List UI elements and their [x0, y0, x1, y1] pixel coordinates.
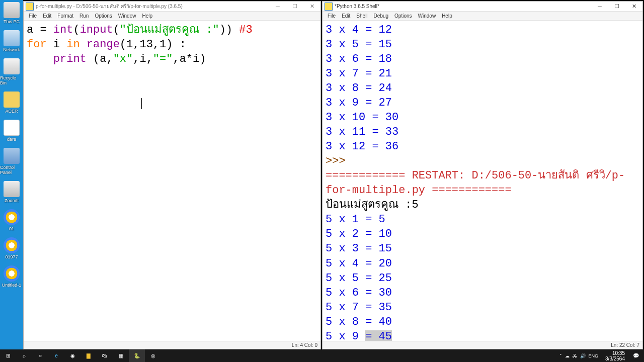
idle-shell-window: *Python 3.6.5 Shell* ─ ☐ ✕ FileEditShell… — [322, 1, 643, 349]
start-button[interactable]: ⊞ — [0, 349, 16, 362]
desktop-item-dare[interactable]: dare — [0, 120, 23, 142]
desktop-icon — [4, 265, 20, 282]
shell-line: 3 x 11 = 33 — [326, 125, 639, 139]
taskbar-clock[interactable]: 10:353/3/2564 — [602, 350, 628, 361]
obs-icon[interactable]: ◎ — [145, 349, 161, 362]
shell-line: 3 x 5 = 15 — [326, 37, 639, 52]
editor-menubar: FileEditFormatRunOptionsWindowHelp — [24, 12, 320, 21]
volume-icon[interactable]: 🔊 — [580, 353, 586, 358]
explorer-icon[interactable]: ▇ — [80, 349, 97, 362]
shell-line: 3 x 12 = 36 — [326, 139, 639, 154]
shell-line: 5 x 6 = 30 — [326, 286, 639, 300]
idle-editor-window: p-for-multiple.py - D:/506-50-นายสันติ ศ… — [23, 1, 321, 349]
notifications-button[interactable]: 💬 — [628, 349, 644, 362]
desktop-item-this-pc[interactable]: This PC — [0, 2, 23, 24]
idle-taskbar-icon[interactable]: 🐍 — [129, 349, 145, 362]
store-icon[interactable]: 🛍 — [97, 349, 113, 362]
shell-line: 5 x 5 = 25 — [326, 271, 639, 286]
desktop-label: Control Panel — [0, 165, 23, 175]
python-icon — [325, 3, 333, 11]
menu-file[interactable]: File — [26, 12, 40, 20]
desktop-label: 01 — [9, 226, 14, 231]
editor-content[interactable]: a = int(input("ป้อนแม่สูตรคูณ :")) #3 fo… — [24, 21, 320, 341]
menu-help[interactable]: Help — [439, 12, 455, 20]
desktop-item-zoomit[interactable]: ZoomIt — [0, 181, 23, 203]
code-line: a = int(input("ป้อนแม่สูตรคูณ :")) #3 — [27, 23, 317, 37]
shell-line: ============ RESTART: D:/506-50-นายสันติ… — [326, 168, 639, 183]
language-indicator[interactable]: ENG — [589, 353, 599, 358]
desktop-icon — [4, 58, 20, 74]
shell-line: 3 x 10 = 30 — [326, 110, 639, 125]
onedrive-icon[interactable]: ☁ — [565, 353, 570, 358]
shell-line: 5 x 4 = 20 — [326, 256, 639, 271]
network-icon[interactable]: 🖧 — [573, 353, 577, 358]
shell-line: 5 x 2 = 10 — [326, 227, 639, 241]
menu-file[interactable]: File — [325, 12, 339, 20]
shell-line: ป้อนแม่สูตรคูณ :5 — [326, 198, 639, 212]
cortana-button[interactable]: ○ — [32, 349, 48, 362]
menu-options[interactable]: Options — [391, 12, 415, 20]
desktop-label: Network — [3, 47, 20, 52]
desktop-label: Untitled-1 — [2, 283, 22, 288]
edge-icon[interactable]: e — [48, 349, 64, 362]
editor-titlebar[interactable]: p-for-multiple.py - D:/506-50-นายสันติ ศ… — [24, 2, 320, 12]
shell-line: 5 x 9 = 45 — [326, 329, 639, 341]
desktop-item-control-panel[interactable]: Control Panel — [0, 148, 23, 175]
menu-run[interactable]: Run — [76, 12, 92, 20]
menu-window[interactable]: Window — [115, 12, 139, 20]
desktop-item-01977[interactable]: 01977 — [0, 237, 23, 259]
desktop-label: Recycle Bin — [0, 75, 23, 85]
desktop-label: ZoomIt — [5, 198, 19, 203]
chrome-icon[interactable]: ◉ — [64, 349, 80, 362]
menu-debug[interactable]: Debug — [371, 12, 391, 20]
minimize-button[interactable]: ─ — [591, 2, 608, 12]
shell-line: >>> — [326, 154, 639, 168]
menu-shell[interactable]: Shell — [353, 12, 370, 20]
desktop-label: ACER — [5, 109, 18, 114]
minimize-button[interactable]: ─ — [269, 2, 286, 12]
desktop-item-01[interactable]: 01 — [0, 209, 23, 231]
python-icon — [26, 3, 34, 11]
menu-help[interactable]: Help — [139, 12, 155, 20]
app-icon[interactable]: ▦ — [113, 349, 129, 362]
desktop-label: 01977 — [5, 254, 18, 259]
menu-edit[interactable]: Edit — [339, 12, 353, 20]
shell-menubar: FileEditShellDebugOptionsWindowHelp — [323, 12, 642, 21]
desktop-item-acer[interactable]: ACER — [0, 92, 23, 114]
system-tray[interactable]: ˄ ☁ 🖧 🔊 ENG — [555, 353, 603, 358]
tray-chevron-icon[interactable]: ˄ — [559, 353, 562, 358]
desktop-icon — [4, 209, 20, 225]
menu-format[interactable]: Format — [54, 12, 76, 20]
desktop-label: dare — [7, 137, 16, 142]
shell-line: 3 x 8 = 24 — [326, 81, 639, 96]
close-button[interactable]: ✕ — [303, 2, 320, 12]
shell-line: 5 x 8 = 40 — [326, 315, 639, 329]
menu-edit[interactable]: Edit — [40, 12, 54, 20]
shell-content[interactable]: 3 x 4 = 123 x 5 = 153 x 6 = 183 x 7 = 21… — [323, 21, 642, 341]
shell-line: 5 x 7 = 35 — [326, 300, 639, 315]
editor-statusbar: Ln: 4 Col: 0 — [24, 341, 320, 349]
text-cursor — [141, 98, 142, 109]
desktop-icon — [4, 237, 20, 253]
shell-statusbar: Ln: 22 Col: 7 — [323, 341, 642, 349]
desktop-icon — [4, 181, 20, 197]
shell-line: 3 x 7 = 21 — [326, 66, 639, 81]
desktop-label: This PC — [4, 19, 20, 24]
desktop: This PCNetworkRecycle BinACERdareControl… — [0, 0, 23, 349]
menu-options[interactable]: Options — [92, 12, 115, 20]
desktop-icon — [4, 120, 20, 136]
close-button[interactable]: ✕ — [625, 2, 642, 12]
search-button[interactable]: ⌕ — [16, 349, 32, 362]
menu-window[interactable]: Window — [415, 12, 439, 20]
desktop-icon — [4, 30, 20, 46]
desktop-item-recycle-bin[interactable]: Recycle Bin — [0, 58, 23, 85]
maximize-button[interactable]: ☐ — [608, 2, 625, 12]
shell-title: *Python 3.6.5 Shell* — [335, 4, 591, 9]
desktop-icon — [4, 148, 20, 164]
taskbar: ⊞ ⌕ ○ e ◉ ▇ 🛍 ▦ 🐍 ◎ ˄ ☁ 🖧 🔊 ENG 10:353/3… — [0, 349, 644, 362]
shell-titlebar[interactable]: *Python 3.6.5 Shell* ─ ☐ ✕ — [323, 2, 642, 12]
editor-title: p-for-multiple.py - D:/506-50-นายสันติ ศ… — [36, 3, 269, 10]
maximize-button[interactable]: ☐ — [286, 2, 303, 12]
desktop-item-network[interactable]: Network — [0, 30, 23, 52]
desktop-item-untitled-1[interactable]: Untitled-1 — [0, 265, 23, 288]
